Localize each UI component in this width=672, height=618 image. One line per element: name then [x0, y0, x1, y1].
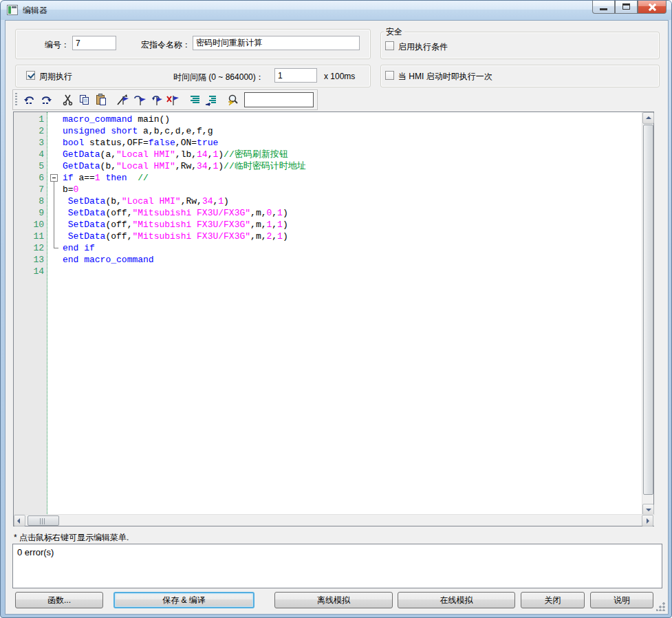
vertical-scrollbar[interactable]	[642, 112, 653, 515]
code-line: 6if a==1 then //	[14, 172, 642, 184]
fold-guide-line	[54, 182, 54, 248]
editor-window: 编辑器 编号： 宏指令名称： 安全 启用执行条件 周期执行 时间间隔 (0 ~ …	[0, 0, 672, 618]
line-number: 11	[14, 231, 44, 242]
toolbar-search-input[interactable]	[244, 92, 314, 107]
offline-sim-button[interactable]: 离线模拟	[274, 592, 393, 608]
undo-button[interactable]	[21, 92, 38, 108]
maximize-icon	[622, 3, 630, 10]
maximize-button[interactable]	[615, 1, 638, 14]
line-number: 10	[14, 219, 44, 231]
macro-id-input[interactable]	[72, 36, 116, 50]
compile-status-box: 0 error(s)	[12, 544, 662, 588]
fold-margin	[44, 254, 63, 266]
save-compile-button[interactable]: 保存 & 编译	[113, 592, 254, 608]
vertical-scroll-thumb[interactable]	[643, 125, 653, 495]
macro-name-label: 宏指令名称：	[141, 39, 191, 51]
code-line: 11 SetData(off,"Mitsubishi FX3U/FX3G",m,…	[14, 231, 642, 242]
code-lines: 1macro_command main()2unsigned short a,b…	[14, 114, 642, 277]
dialog-client-area: 编号： 宏指令名称： 安全 启用执行条件 周期执行 时间间隔 (0 ~ 8640…	[5, 20, 669, 615]
fold-margin	[44, 114, 63, 125]
code-line: 3bool status,OFF=false,ON=true	[14, 137, 642, 149]
code-text: SetData(off,"Mitsubishi FX3U/FX3G",m,1,1…	[63, 219, 642, 231]
code-text: unsigned short a,b,c,d,e,f,g	[63, 125, 642, 137]
code-text: GetData(a,"Local HMI",lb,14,1)//密码刷新按钮	[63, 149, 642, 160]
line-number: 9	[14, 207, 44, 219]
code-text: end if	[63, 242, 642, 254]
fold-margin	[44, 137, 63, 149]
enable-condition-label[interactable]: 启用执行条件	[398, 41, 448, 53]
code-line: 12end if	[14, 242, 642, 254]
line-number: 2	[14, 125, 44, 137]
code-line: 8 SetData(b,"Local HMI",Rw,34,1)	[14, 195, 642, 207]
cut-icon	[61, 94, 75, 106]
clear-bookmarks-button[interactable]	[164, 92, 181, 108]
periodic-label[interactable]: 周期执行	[39, 71, 72, 83]
paste-icon	[94, 94, 108, 106]
paste-button[interactable]	[93, 92, 109, 108]
outdent-button[interactable]	[203, 92, 219, 108]
line-number: 8	[14, 195, 44, 207]
fold-margin	[44, 160, 63, 172]
toolbar-gripper[interactable]	[15, 93, 17, 107]
macro-id-label: 编号：	[45, 39, 69, 51]
interval-label: 时间间隔 (0 ~ 864000)：	[173, 72, 264, 83]
security-legend: 安全	[384, 26, 404, 38]
online-sim-button[interactable]: 在线模拟	[398, 592, 515, 608]
arrow-left-icon	[17, 518, 20, 524]
code-line: 13end macro_command	[14, 254, 642, 266]
code-line: 4GetData(a,"Local HMI",lb,14,1)//密码刷新按钮	[14, 149, 642, 160]
cut-button[interactable]	[60, 92, 76, 108]
code-area[interactable]: 1macro_command main()2unsigned short a,b…	[14, 112, 642, 514]
code-text: macro_command main()	[63, 114, 642, 125]
indent-button[interactable]	[186, 92, 203, 108]
run-on-startup-checkbox[interactable]	[385, 71, 394, 80]
resize-grip[interactable]	[656, 602, 665, 611]
code-line: 5GetData(b,"Local HMI",Rw,34,1)//临时密码计时地…	[14, 160, 642, 172]
enable-condition-checkbox[interactable]	[385, 41, 394, 50]
close-button[interactable]: 关闭	[521, 592, 585, 608]
scroll-up-button[interactable]	[642, 112, 654, 124]
toggle-bookmark-button[interactable]	[115, 92, 131, 108]
line-number: 6	[14, 172, 44, 184]
line-number: 5	[14, 160, 44, 172]
minimize-icon	[600, 8, 607, 10]
previous-bookmark-icon	[149, 94, 163, 106]
previous-bookmark-button[interactable]	[148, 92, 164, 108]
indent-icon	[188, 94, 202, 106]
next-bookmark-icon	[133, 94, 147, 106]
titlebar: 编辑器	[1, 1, 672, 20]
close-icon	[648, 3, 657, 11]
copy-icon	[78, 94, 91, 106]
line-number: 12	[14, 242, 44, 254]
find-icon	[226, 94, 240, 106]
code-line: 10 SetData(off,"Mitsubishi FX3U/FX3G",m,…	[14, 219, 642, 231]
help-button[interactable]: 说明	[590, 592, 653, 608]
interval-input[interactable]	[274, 68, 317, 83]
periodic-checkbox[interactable]	[26, 71, 35, 80]
fold-margin	[44, 266, 63, 277]
toggle-bookmark-icon	[116, 94, 130, 106]
line-number: 14	[14, 266, 44, 277]
redo-button[interactable]	[38, 92, 54, 108]
code-line: 14	[14, 266, 642, 277]
macro-name-input[interactable]	[193, 36, 360, 50]
code-text: GetData(b,"Local HMI",Rw,34,1)//临时密码计时地址	[63, 160, 642, 172]
code-text	[63, 266, 642, 277]
macro-code-editor[interactable]: 1macro_command main()2unsigned short a,b…	[13, 111, 654, 526]
line-number: 4	[14, 149, 44, 160]
next-bookmark-button[interactable]	[131, 92, 148, 108]
editor-toolbar	[12, 89, 318, 110]
close-window-button[interactable]	[638, 1, 666, 14]
minimize-button[interactable]	[592, 1, 615, 14]
run-on-startup-label[interactable]: 当 HMI 启动时即执行一次	[398, 71, 492, 83]
scroll-right-button[interactable]	[642, 515, 653, 526]
functions-button[interactable]: 函数...	[15, 592, 103, 608]
horizontal-scrollbar[interactable]	[14, 514, 655, 526]
horizontal-scroll-thumb[interactable]	[28, 515, 59, 526]
copy-button[interactable]	[76, 92, 93, 108]
window-title: 编辑器	[23, 5, 47, 17]
fold-collapse-marker[interactable]	[50, 174, 58, 182]
error-count: 0 error(s)	[17, 547, 54, 557]
find-button[interactable]	[225, 92, 241, 108]
scroll-left-button[interactable]	[14, 515, 25, 526]
